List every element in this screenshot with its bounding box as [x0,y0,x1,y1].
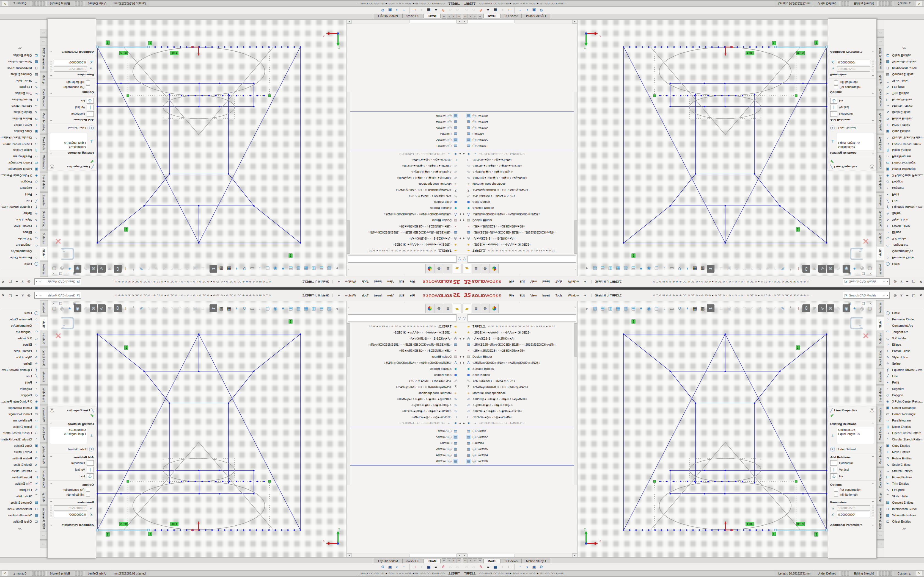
close-button[interactable]: ✕ [919,293,922,297]
tree-item[interactable]: ◼Solid Bodies [347,372,462,378]
tool-spline[interactable]: ∿Spline [884,360,924,366]
cmd-tab-mesh-modeling[interactable]: Mesh Modeling [40,110,48,134]
search-dropdown-icon[interactable]: ▾ [886,294,888,297]
option-infinite-length[interactable]: Infinite length [48,492,96,497]
markup-icon[interactable]: ▣ [387,564,393,570]
parameter-value[interactable]: 10.88152731 [837,66,870,72]
search-input[interactable] [848,293,882,297]
more-tools-icon[interactable]: ≫ [884,47,924,50]
relation-entry[interactable]: Equal length109 [838,432,873,436]
menu-window[interactable]: Window [342,279,359,285]
section-existing-relations[interactable]: Existing Relations⌃ [828,151,876,156]
tree-sketch-item[interactable]: ▦(-) Sketch2 [462,137,577,143]
tree-item[interactable]: ★○253Ε Ж ◦●◎ΛΑΦ○ ◦ ○ΦΑΛ◎●◦ Ж 3Ε25○ [347,242,462,248]
menu-tools[interactable]: Tools [553,279,565,285]
cmd-tab-sheet-metal[interactable]: Sheet Metal [876,385,884,405]
cmd-tab-⋮[interactable]: ⋮ [876,532,884,540]
tool-move-entities[interactable]: +Move Entities [0,449,40,455]
section-add-relations[interactable]: Add Relations⌃ [828,455,876,460]
menu-edit[interactable]: Edit [517,279,527,285]
tab-configurationmanager[interactable]: ⊕ [435,304,443,313]
markup-icon[interactable]: ⚙ [380,7,386,13]
add-relation-horizontal[interactable]: —Horizontal [48,111,96,117]
tool-sketch-fillet[interactable]: ⌒Sketch Fillet [884,493,924,499]
tool-parallelogram[interactable]: ▱Parallelogram [0,417,40,424]
tool-silhouette-entities[interactable]: ▩Silhouette Entities [0,59,40,65]
tool-linear-sketch-pattern[interactable]: ∷Linear Sketch Pattern [0,141,40,147]
menu-edit[interactable]: Edit [397,293,407,298]
markup-icon[interactable]: ◑ [394,7,400,13]
tree-item[interactable]: ▶◷○Λ●◎Ж25◦Ƨ○ ◦ ○Ƨ◦25Ж◎●Λ○ [347,235,462,242]
cmd-tab-features[interactable]: Features [876,261,884,277]
relation-button-icon[interactable]: — [830,460,837,466]
section-add-relations[interactable]: Add Relations⌃ [48,455,96,460]
tool-spline[interactable]: ∿Spline [0,211,40,217]
tree-sketch-item[interactable]: ▦(-) Sketch2 [462,434,577,440]
relation-entry[interactable]: Equal length109 [51,432,86,436]
relation-button-icon[interactable]: ⚓ [830,98,837,103]
cmd-tab-data-migration[interactable]: Data Migration [40,87,48,110]
tool-extend-entities[interactable]: ⊢Extend Entities [0,474,40,480]
user-icon[interactable]: ◎ [27,293,31,297]
tool-stretch-entities[interactable]: ↔Stretch Entities [0,103,40,110]
tree-sketch-item[interactable]: ▦(-) Sketch4 [347,452,462,458]
tree-item[interactable]: ✎○25·∩Ж●ΑМ○ ◦ ○МΑ●Ж∩·25○ [347,378,462,384]
spinner[interactable]: ▴▾ [872,60,874,65]
pin-icon[interactable]: ✶ [583,280,586,284]
markup-icon[interactable]: ✎ [440,7,446,13]
scrollbar-thumb[interactable] [467,554,515,557]
checkbox[interactable] [86,81,90,84]
tool-3-point-arc[interactable]: ◡3 Point Arc [0,335,40,341]
tool-3-point-arc[interactable]: ◡3 Point Arc [0,236,40,242]
tool-circle[interactable]: ◯Circle [0,261,40,268]
tool-circular-sketch-pattern[interactable]: ∴Circular Sketch Pattern [0,436,40,442]
markup-icon[interactable]: ▣ [531,564,537,570]
tool-center-rectangle[interactable]: ▣Center Rectangle [0,166,40,172]
tool-centerpoint-arc[interactable]: ⌒Centerpoint Arc [884,248,924,255]
tree-sketch-item[interactable]: ▦(-) Sketch1 [347,428,462,434]
tree-filter-input[interactable] [467,314,576,321]
option-infinite-length[interactable]: Infinite length [48,80,96,85]
relation-button-icon[interactable]: — [830,111,837,117]
tree-item[interactable]: ∟○ИN◦9ɕ◦●◎○ ◦ ○◎●◦ɕ9◦ИN○ [347,157,462,163]
tool-move-entities[interactable]: +Move Entities [0,122,40,128]
scrollbar-thumb[interactable] [575,220,577,254]
tool-silhouette-entities[interactable]: ▩Silhouette Entities [0,512,40,518]
tab-featuremanager-tree[interactable]: ▰ [462,264,471,273]
relation-button-icon[interactable]: | [87,105,94,110]
tab-configurationmanager[interactable]: ⊕ [481,304,489,313]
tool-line[interactable]: ╱Line [884,198,924,204]
search-icon[interactable]: ⌕ [883,280,885,284]
markup-icon[interactable]: ⚙ [538,564,544,570]
cmd-tab-⋮[interactable]: ⋮ [40,540,48,548]
markup-icon[interactable]: ∟ [411,564,417,570]
tree-root[interactable]: ▰TЯPDL2.⊙ ЗΕ ⊙ Ш ⊙ ⊙ ⊙ Ж ⊙ ƆC ⊙ ЗΕ ⊙ · ⊙… [462,248,577,254]
relation-button-icon[interactable]: ⚓ [87,474,94,479]
cmd-tab-mold-tools[interactable]: Mold Tools [876,424,884,443]
restore-button[interactable]: ▢ [8,293,12,297]
menu-view[interactable]: View [527,293,540,298]
section-options[interactable]: Options⌃ [48,482,96,487]
tab-displaymanager[interactable] [490,264,499,273]
menu-view[interactable]: View [527,279,540,285]
more-tools-icon[interactable]: ≫ [0,527,40,530]
doc-tab-3d-views[interactable]: 3D Views [501,559,522,563]
tabs-overflow-arrow[interactable]: › [575,268,575,271]
tool-tangent-arc[interactable]: ◠Tangent Arc [0,329,40,335]
markup-icon[interactable]: ◔ [401,564,407,570]
cmd-tab-sheet-metal[interactable]: Sheet Metal [40,385,48,405]
cmd-tab-⋮[interactable]: ⋮ [40,37,48,45]
markup-icon[interactable]: ▱ [454,7,460,13]
relations-listbox[interactable]: Collinear108Equal length109 [837,427,874,444]
pin-icon[interactable]: ✶ [583,293,586,297]
tool-rotate-entities[interactable]: ↻Rotate Entities [884,116,924,122]
add-relation-fix[interactable]: ⚓Fix [48,98,96,104]
tree-horizontal-scrollbar[interactable]: ◂ ▸ [462,20,577,24]
scrollbar-thumb[interactable] [347,323,349,357]
scrollbar-thumb[interactable] [467,20,515,23]
cmd-tab-mesh-modeling[interactable]: Mesh Modeling [876,443,884,467]
expander-icon[interactable]: ▶ [458,362,462,364]
tool-mirror-entities[interactable]: ▯Mirror Entities [0,424,40,430]
scroll-left-button[interactable]: ◂ [457,553,462,557]
tool-mirror-entities[interactable]: ▯Mirror Entities [884,147,924,153]
